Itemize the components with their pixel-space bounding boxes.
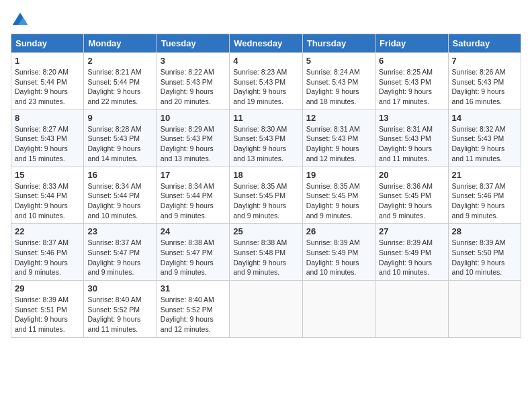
calendar-table: SundayMondayTuesdayWednesdayThursdayFrid… [11,34,521,338]
day-number: 14 [452,113,517,123]
logo-icon [11,11,30,30]
calendar-header-friday: Friday [375,34,448,53]
calendar-cell [448,281,521,338]
day-number: 7 [452,56,517,66]
day-info: Sunrise: 8:38 AM Sunset: 5:48 PM Dayligh… [233,238,298,277]
calendar-header-row: SundayMondayTuesdayWednesdayThursdayFrid… [11,34,521,53]
calendar-header-thursday: Thursday [302,34,375,53]
day-info: Sunrise: 8:30 AM Sunset: 5:43 PM Dayligh… [233,124,298,164]
day-info: Sunrise: 8:36 AM Sunset: 5:45 PM Dayligh… [379,181,444,221]
day-info: Sunrise: 8:21 AM Sunset: 5:44 PM Dayligh… [87,67,152,107]
calendar-cell: 12Sunrise: 8:31 AM Sunset: 5:43 PM Dayli… [302,109,375,167]
day-number: 5 [306,56,371,66]
calendar-cell: 21Sunrise: 8:37 AM Sunset: 5:46 PM Dayli… [448,167,521,224]
day-number: 10 [161,113,226,123]
calendar-cell: 27Sunrise: 8:39 AM Sunset: 5:49 PM Dayli… [375,224,448,281]
day-number: 30 [87,283,152,293]
calendar-week-1: 1Sunrise: 8:20 AM Sunset: 5:44 PM Daylig… [11,53,521,110]
day-info: Sunrise: 8:39 AM Sunset: 5:49 PM Dayligh… [306,238,371,277]
calendar-cell: 14Sunrise: 8:32 AM Sunset: 5:43 PM Dayli… [448,109,521,167]
day-number: 11 [233,113,298,123]
calendar-week-5: 29Sunrise: 8:39 AM Sunset: 5:51 PM Dayli… [11,281,521,338]
day-number: 3 [161,56,226,66]
day-number: 24 [161,226,226,236]
day-number: 6 [379,56,444,66]
day-info: Sunrise: 8:22 AM Sunset: 5:43 PM Dayligh… [161,67,226,107]
calendar-cell: 26Sunrise: 8:39 AM Sunset: 5:49 PM Dayli… [302,224,375,281]
calendar-cell: 29Sunrise: 8:39 AM Sunset: 5:51 PM Dayli… [11,281,84,338]
day-number: 2 [87,56,152,66]
calendar-cell: 9Sunrise: 8:28 AM Sunset: 5:43 PM Daylig… [84,109,157,167]
calendar-cell: 25Sunrise: 8:38 AM Sunset: 5:48 PM Dayli… [230,224,302,281]
day-info: Sunrise: 8:38 AM Sunset: 5:47 PM Dayligh… [161,238,226,277]
calendar-cell: 8Sunrise: 8:27 AM Sunset: 5:43 PM Daylig… [11,109,84,167]
day-info: Sunrise: 8:33 AM Sunset: 5:44 PM Dayligh… [15,181,80,221]
calendar-cell: 23Sunrise: 8:37 AM Sunset: 5:47 PM Dayli… [84,224,157,281]
calendar-cell: 15Sunrise: 8:33 AM Sunset: 5:44 PM Dayli… [11,167,84,224]
calendar-cell: 19Sunrise: 8:35 AM Sunset: 5:45 PM Dayli… [302,167,375,224]
calendar-cell: 11Sunrise: 8:30 AM Sunset: 5:43 PM Dayli… [230,109,302,167]
day-number: 12 [306,113,371,123]
calendar-week-3: 15Sunrise: 8:33 AM Sunset: 5:44 PM Dayli… [11,167,521,224]
calendar-cell: 18Sunrise: 8:35 AM Sunset: 5:45 PM Dayli… [230,167,302,224]
day-info: Sunrise: 8:25 AM Sunset: 5:43 PM Dayligh… [379,67,444,107]
day-info: Sunrise: 8:27 AM Sunset: 5:43 PM Dayligh… [15,124,80,164]
day-number: 28 [452,226,517,236]
day-info: Sunrise: 8:34 AM Sunset: 5:44 PM Dayligh… [87,181,152,221]
day-info: Sunrise: 8:39 AM Sunset: 5:50 PM Dayligh… [452,238,517,277]
calendar-cell [230,281,302,338]
day-number: 18 [233,170,298,180]
day-number: 9 [87,113,152,123]
calendar-header-sunday: Sunday [11,34,84,53]
calendar-cell: 2Sunrise: 8:21 AM Sunset: 5:44 PM Daylig… [84,53,157,110]
calendar-cell: 17Sunrise: 8:34 AM Sunset: 5:44 PM Dayli… [157,167,229,224]
calendar-cell: 16Sunrise: 8:34 AM Sunset: 5:44 PM Dayli… [84,167,157,224]
day-number: 1 [15,56,80,66]
calendar-cell: 22Sunrise: 8:37 AM Sunset: 5:46 PM Dayli… [11,224,84,281]
logo [11,11,32,30]
day-info: Sunrise: 8:20 AM Sunset: 5:44 PM Dayligh… [15,67,80,107]
day-info: Sunrise: 8:35 AM Sunset: 5:45 PM Dayligh… [306,181,371,221]
day-info: Sunrise: 8:39 AM Sunset: 5:51 PM Dayligh… [15,295,80,334]
day-number: 8 [15,113,80,123]
calendar-cell: 13Sunrise: 8:31 AM Sunset: 5:43 PM Dayli… [375,109,448,167]
day-info: Sunrise: 8:40 AM Sunset: 5:52 PM Dayligh… [87,295,152,334]
day-info: Sunrise: 8:31 AM Sunset: 5:43 PM Dayligh… [379,124,444,164]
day-info: Sunrise: 8:39 AM Sunset: 5:49 PM Dayligh… [379,238,444,277]
day-number: 15 [15,170,80,180]
calendar-header-wednesday: Wednesday [230,34,302,53]
day-info: Sunrise: 8:40 AM Sunset: 5:52 PM Dayligh… [161,295,226,334]
day-number: 22 [15,226,80,236]
calendar-cell [302,281,375,338]
day-info: Sunrise: 8:24 AM Sunset: 5:43 PM Dayligh… [306,67,371,107]
day-number: 20 [379,170,444,180]
calendar-week-2: 8Sunrise: 8:27 AM Sunset: 5:43 PM Daylig… [11,109,521,167]
day-info: Sunrise: 8:32 AM Sunset: 5:43 PM Dayligh… [452,124,517,164]
calendar-cell: 4Sunrise: 8:23 AM Sunset: 5:43 PM Daylig… [230,53,302,110]
calendar-header-tuesday: Tuesday [157,34,229,53]
day-number: 4 [233,56,298,66]
calendar-body: 1Sunrise: 8:20 AM Sunset: 5:44 PM Daylig… [11,53,521,338]
day-number: 29 [15,283,80,293]
calendar-cell: 1Sunrise: 8:20 AM Sunset: 5:44 PM Daylig… [11,53,84,110]
day-info: Sunrise: 8:34 AM Sunset: 5:44 PM Dayligh… [161,181,226,221]
day-info: Sunrise: 8:29 AM Sunset: 5:43 PM Dayligh… [161,124,226,164]
day-number: 27 [379,226,444,236]
calendar-week-4: 22Sunrise: 8:37 AM Sunset: 5:46 PM Dayli… [11,224,521,281]
day-number: 25 [233,226,298,236]
day-number: 13 [379,113,444,123]
calendar-cell: 3Sunrise: 8:22 AM Sunset: 5:43 PM Daylig… [157,53,229,110]
day-number: 26 [306,226,371,236]
calendar-cell: 20Sunrise: 8:36 AM Sunset: 5:45 PM Dayli… [375,167,448,224]
day-number: 16 [87,170,152,180]
header [11,11,521,30]
calendar-header-monday: Monday [84,34,157,53]
calendar-cell: 24Sunrise: 8:38 AM Sunset: 5:47 PM Dayli… [157,224,229,281]
calendar-cell: 28Sunrise: 8:39 AM Sunset: 5:50 PM Dayli… [448,224,521,281]
day-info: Sunrise: 8:35 AM Sunset: 5:45 PM Dayligh… [233,181,298,221]
calendar-cell: 31Sunrise: 8:40 AM Sunset: 5:52 PM Dayli… [157,281,229,338]
calendar-cell: 30Sunrise: 8:40 AM Sunset: 5:52 PM Dayli… [84,281,157,338]
calendar-cell: 7Sunrise: 8:26 AM Sunset: 5:43 PM Daylig… [448,53,521,110]
day-number: 31 [161,283,226,293]
calendar-cell: 6Sunrise: 8:25 AM Sunset: 5:43 PM Daylig… [375,53,448,110]
